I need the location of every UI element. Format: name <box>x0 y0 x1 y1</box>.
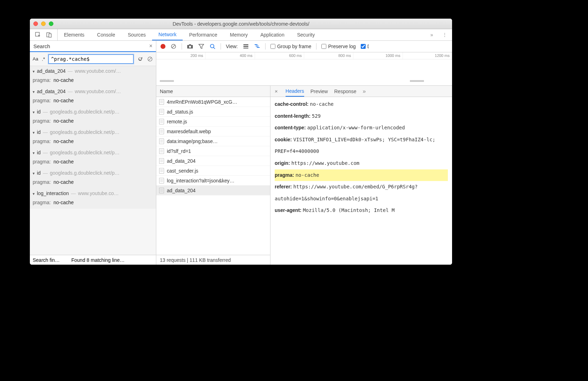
svg-rect-13 <box>243 46 248 47</box>
search-result-line[interactable]: pragma: no-cache <box>30 96 156 107</box>
header-row: pragma: no-cache <box>275 169 448 181</box>
zoom-window-button[interactable] <box>49 21 53 26</box>
request-row[interactable]: 4mrRnEPnWo81qWPG8_xcG… <box>156 97 270 107</box>
preserve-log-checkbox[interactable]: Preserve log <box>321 44 356 49</box>
titlebar: DevTools - developers.google.com/web/too… <box>30 19 452 29</box>
search-result-head[interactable]: id—googleads.g.doubleclick.net/p… <box>30 107 156 117</box>
header-row: content-type: application/x-www-form-url… <box>275 122 448 134</box>
file-icon <box>159 119 164 124</box>
svg-line-11 <box>214 47 215 49</box>
chevron-down-icon <box>33 68 35 74</box>
request-row[interactable]: ad_data_204 <box>156 186 270 195</box>
tab-console[interactable]: Console <box>91 29 121 40</box>
regex-toggle[interactable]: .* <box>42 56 45 62</box>
timeline-tick: 600 ms <box>255 52 304 59</box>
disable-cache-checkbox[interactable]: D <box>361 44 369 49</box>
more-tabs-icon[interactable]: » <box>363 88 366 95</box>
header-row: cookie: VISITOR_INFO1_LIVE=dDk0-xTswPs; … <box>275 134 448 157</box>
request-row[interactable]: data:image/png;base… <box>156 136 270 146</box>
detail-tab-headers[interactable]: Headers <box>286 86 304 97</box>
chevron-down-icon <box>33 129 35 135</box>
tab-performance[interactable]: Performance <box>183 29 223 40</box>
request-list-header[interactable]: Name <box>156 86 270 97</box>
preserve-log-label: Preserve log <box>328 44 356 49</box>
tab-sources[interactable]: Sources <box>122 29 152 40</box>
tab-elements[interactable]: Elements <box>58 29 91 40</box>
search-panel: Search × Aa .* ad_data_204—www.youtube.c… <box>30 41 156 265</box>
minimize-window-button[interactable] <box>41 21 46 26</box>
search-result-head[interactable]: id—googleads.g.doubleclick.net/p… <box>30 168 156 178</box>
large-rows-icon[interactable] <box>243 43 249 50</box>
search-result-line[interactable]: pragma: no-cache <box>30 198 156 209</box>
request-detail: ×HeadersPreviewResponse» cache-control: … <box>270 86 452 265</box>
request-row[interactable]: remote.js <box>156 117 270 127</box>
chevron-down-icon <box>33 150 35 155</box>
search-result-head[interactable]: ad_data_204—www.youtube.com/… <box>30 86 156 96</box>
svg-point-5 <box>171 44 176 49</box>
file-icon <box>159 168 164 174</box>
search-header: Search × <box>30 41 156 52</box>
tab-security[interactable]: Security <box>291 29 321 40</box>
svg-line-4 <box>149 58 151 60</box>
search-result-line[interactable]: pragma: no-cache <box>30 76 156 86</box>
close-window-button[interactable] <box>33 21 38 26</box>
request-row[interactable]: maxresdefault.webp <box>156 127 270 136</box>
file-icon <box>159 178 164 183</box>
clear-icon[interactable] <box>147 56 153 62</box>
detail-tabbar: ×HeadersPreviewResponse» <box>270 86 452 97</box>
detail-tab-response[interactable]: Response <box>334 86 356 97</box>
waterfall-view-icon[interactable] <box>254 43 260 50</box>
svg-rect-17 <box>257 47 260 48</box>
devtools-tabbar: ElementsConsoleSourcesNetworkPerformance… <box>30 29 452 41</box>
search-title: Search <box>33 43 149 49</box>
filter-icon[interactable] <box>198 43 204 50</box>
kebab-menu-icon[interactable]: ⋮ <box>437 32 452 38</box>
search-result-head[interactable]: log_interaction—www.youtube.co… <box>30 188 156 198</box>
svg-rect-16 <box>256 46 259 46</box>
request-row[interactable]: id?slf_rd=1 <box>156 146 270 156</box>
search-footer: Search fin… Found 8 matching line… <box>30 255 156 265</box>
close-icon[interactable]: × <box>275 88 278 94</box>
svg-rect-7 <box>187 45 193 49</box>
refresh-icon[interactable] <box>137 56 143 62</box>
request-row[interactable]: log_interaction?alt=json&key… <box>156 176 270 186</box>
search-result-head[interactable]: id—googleads.g.doubleclick.net/p… <box>30 148 156 157</box>
close-icon[interactable]: × <box>149 43 152 49</box>
record-button[interactable] <box>161 44 165 49</box>
search-result-line[interactable]: pragma: no-cache <box>30 117 156 127</box>
search-result-line[interactable]: pragma: no-cache <box>30 178 156 188</box>
tab-memory[interactable]: Memory <box>224 29 254 40</box>
network-panel: View: Group by frame Preserve log D <box>156 41 452 265</box>
search-icon[interactable] <box>209 43 216 50</box>
request-list: Name 4mrRnEPnWo81qWPG8_xcG…ad_status.jsr… <box>156 86 270 265</box>
tab-network[interactable]: Network <box>152 29 183 40</box>
clear-icon[interactable] <box>170 43 177 50</box>
search-result-line[interactable]: pragma: no-cache <box>30 137 156 148</box>
search-footer-right: Found 8 matching line… <box>71 257 153 263</box>
tab-application[interactable]: Application <box>254 29 291 40</box>
search-result-line[interactable]: pragma: no-cache <box>30 157 156 168</box>
svg-point-3 <box>148 57 152 61</box>
device-toolbar-icon[interactable] <box>46 32 52 38</box>
headers-body[interactable]: cache-control: no-cachecontent-length: 5… <box>270 97 452 265</box>
request-row[interactable]: cast_sender.js <box>156 166 270 176</box>
overview-timeline[interactable]: 200 ms400 ms600 ms800 ms1000 ms1200 ms <box>156 52 452 86</box>
svg-rect-12 <box>243 44 248 45</box>
inspect-element-icon[interactable] <box>35 32 41 38</box>
search-result-head[interactable]: ad_data_204—www.youtube.com/… <box>30 66 156 76</box>
more-tabs-icon[interactable]: » <box>426 32 437 38</box>
svg-point-10 <box>210 44 214 48</box>
capture-screenshots-icon[interactable] <box>187 43 193 50</box>
detail-tab-preview[interactable]: Preview <box>311 86 328 97</box>
network-toolbar: View: Group by frame Preserve log D <box>156 41 452 52</box>
request-row[interactable]: ad_status.js <box>156 107 270 117</box>
view-label: View: <box>226 44 238 49</box>
group-by-frame-label: Group by frame <box>277 44 311 49</box>
match-case-toggle[interactable]: Aa <box>33 56 38 62</box>
header-row: referer: https://www.youtube.com/embed/G… <box>275 181 448 205</box>
window-controls <box>33 21 53 26</box>
search-input[interactable] <box>48 54 133 64</box>
group-by-frame-checkbox[interactable]: Group by frame <box>270 44 311 49</box>
request-row[interactable]: ad_data_204 <box>156 156 270 166</box>
search-result-head[interactable]: id—googleads.g.doubleclick.net/p… <box>30 127 156 137</box>
